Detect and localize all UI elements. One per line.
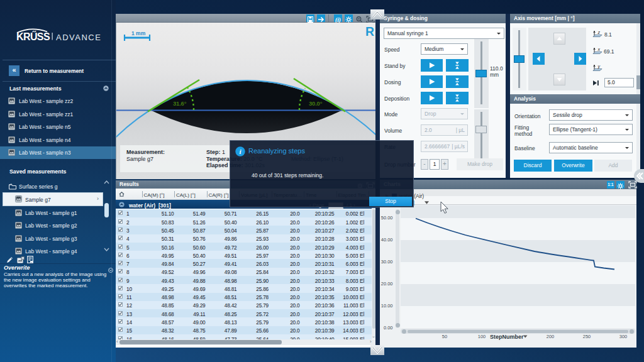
svg-text:50: 50 [442,334,447,339]
svg-text:y: y [597,64,601,69]
svg-text:ADVANCE: ADVANCE [56,33,101,42]
svg-text:10.00: 10.00 [381,303,393,309]
svg-text:0.00: 0.00 [384,325,393,331]
svg-text:KRŰSS: KRŰSS [16,31,50,41]
svg-text:StepNumber: StepNumber [490,334,524,340]
svg-text:250: 250 [583,334,591,339]
svg-text:200: 200 [547,334,555,339]
svg-text:50.00: 50.00 [381,215,393,221]
svg-text:30.0°: 30.0° [309,100,323,107]
svg-text:31.6°: 31.6° [173,100,187,107]
svg-text:R: R [365,25,374,38]
svg-text:300: 300 [619,334,628,339]
svg-text:40.00: 40.00 [381,237,393,243]
svg-text:1 mm: 1 mm [131,30,146,36]
svg-text:30.00: 30.00 [381,259,393,265]
svg-text:100: 100 [478,334,486,339]
svg-text:x: x [597,47,601,52]
svg-text:20.00: 20.00 [381,281,393,287]
svg-text:z: z [597,30,601,35]
